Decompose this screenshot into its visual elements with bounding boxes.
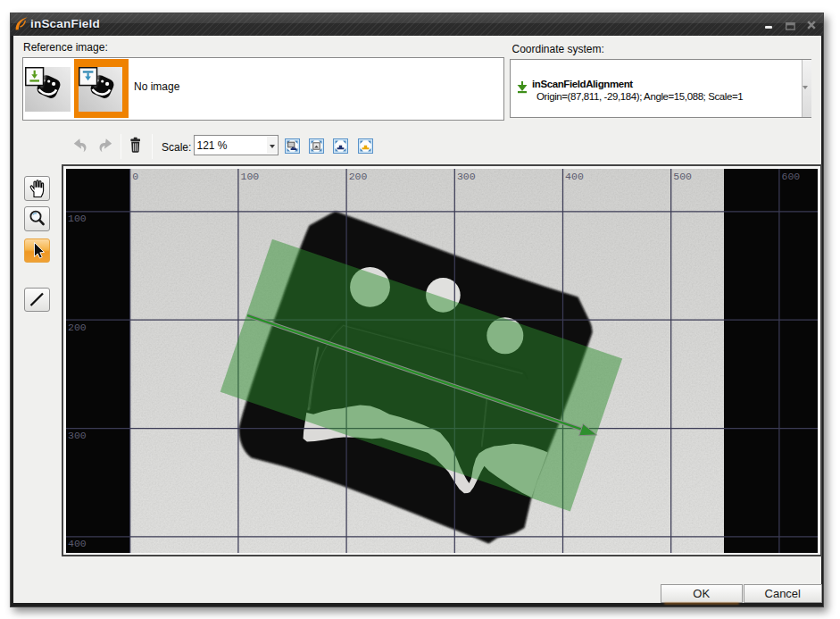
svg-text:600: 600 (782, 171, 801, 182)
svg-text:400: 400 (68, 538, 87, 549)
svg-text:100: 100 (241, 171, 260, 182)
svg-text:300: 300 (68, 430, 87, 441)
svg-text:200: 200 (349, 171, 368, 182)
svg-text:100: 100 (68, 213, 87, 224)
svg-text:300: 300 (457, 171, 476, 182)
svg-text:400: 400 (565, 171, 584, 182)
svg-text:500: 500 (673, 171, 692, 182)
svg-text:0: 0 (132, 171, 138, 182)
svg-text:200: 200 (68, 321, 87, 332)
